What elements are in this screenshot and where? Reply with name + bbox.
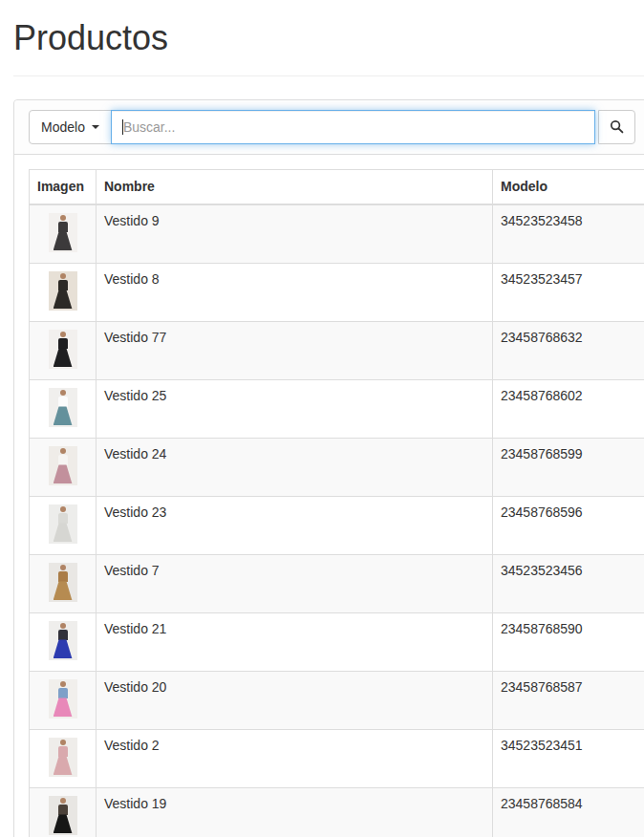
- table-row: Vestido 77 23458768632: [30, 322, 644, 380]
- model-head: [60, 740, 66, 745]
- product-name: Vestido 23: [97, 497, 493, 555]
- dress-skirt: [54, 290, 73, 309]
- model-head: [60, 565, 66, 570]
- product-model: 34523523458: [493, 204, 644, 264]
- table-row: Vestido 8 34523523457: [30, 264, 644, 322]
- search-input-wrap: [111, 110, 595, 144]
- product-thumbnail: [49, 330, 77, 369]
- model-head: [60, 390, 66, 396]
- image-cell: [30, 380, 97, 439]
- dress-skirt: [54, 698, 73, 717]
- dress-skirt: [54, 523, 73, 542]
- dress-top: [58, 688, 68, 698]
- product-name: Vestido 2: [97, 730, 493, 788]
- search-input[interactable]: [111, 110, 595, 144]
- table-row: Vestido 25 23458768602: [30, 380, 644, 439]
- image-cell: [30, 264, 97, 322]
- product-model: 34523523451: [493, 730, 644, 788]
- table-row: Vestido 20 23458768587: [30, 672, 644, 730]
- dress-skirt: [54, 464, 73, 483]
- search-icon: [610, 119, 624, 134]
- dress-top: [58, 513, 68, 524]
- product-model: 23458768587: [493, 672, 644, 730]
- table-row: Vestido 24 23458768599: [30, 439, 644, 497]
- table-row: Vestido 7 34523523456: [30, 555, 644, 613]
- dress-skirt: [54, 406, 73, 425]
- product-model: 23458768632: [493, 322, 644, 380]
- product-thumbnail: [49, 388, 77, 427]
- image-cell: [30, 613, 97, 672]
- dress-skirt: [54, 814, 73, 833]
- page: Productos Modelo: [0, 19, 644, 837]
- table-row: Vestido 19 23458768584: [30, 788, 644, 837]
- image-cell: [30, 555, 97, 613]
- product-thumbnail: [49, 796, 77, 835]
- product-thumbnail: [49, 271, 77, 311]
- model-head: [60, 681, 66, 687]
- panel-body: Imagen Nombre Modelo Vestido 9 345235234…: [14, 155, 644, 837]
- search-bar: Modelo: [14, 100, 644, 155]
- model-head: [60, 798, 66, 804]
- product-name: Vestido 21: [97, 613, 493, 672]
- dress-top: [58, 222, 68, 232]
- model-head: [60, 273, 66, 279]
- product-name: Vestido 9: [97, 204, 493, 264]
- filter-dropdown-label: Modelo: [41, 119, 85, 135]
- product-name: Vestido 25: [97, 380, 493, 439]
- image-cell: [30, 322, 97, 380]
- image-cell: [30, 204, 97, 264]
- model-head: [60, 215, 66, 221]
- table-header-row: Imagen Nombre Modelo: [30, 169, 644, 204]
- model-head: [60, 623, 66, 629]
- product-thumbnail: [49, 446, 77, 485]
- table-row: Vestido 9 34523523458: [30, 204, 644, 264]
- model-head: [60, 448, 66, 454]
- dress-skirt: [54, 581, 73, 600]
- dress-skirt: [54, 231, 73, 250]
- model-head: [60, 506, 66, 512]
- model-head: [60, 332, 66, 337]
- image-cell: [30, 497, 97, 555]
- dress-top: [58, 630, 68, 640]
- product-thumbnail: [49, 504, 77, 544]
- filter-dropdown-button[interactable]: Modelo: [29, 110, 112, 144]
- product-thumbnail: [49, 679, 77, 719]
- search-button[interactable]: [598, 110, 635, 144]
- caret-down-icon: [92, 125, 99, 129]
- product-name: Vestido 7: [97, 555, 493, 613]
- product-name: Vestido 20: [97, 672, 493, 730]
- page-header: Productos: [13, 19, 644, 76]
- dress-top: [58, 338, 68, 349]
- dress-top: [58, 280, 68, 290]
- dress-skirt: [54, 348, 73, 367]
- product-name: Vestido 77: [97, 322, 493, 380]
- image-cell: [30, 788, 97, 837]
- product-model: 23458768602: [493, 380, 644, 439]
- product-thumbnail: [49, 563, 77, 602]
- image-cell: [30, 439, 97, 497]
- dress-top: [58, 805, 68, 815]
- image-cell: [30, 730, 97, 788]
- product-model: 23458768596: [493, 497, 644, 555]
- product-thumbnail: [49, 738, 77, 777]
- dress-top: [58, 455, 68, 465]
- product-name: Vestido 8: [97, 264, 493, 322]
- product-name: Vestido 19: [97, 788, 493, 837]
- page-title: Productos: [13, 19, 644, 57]
- dress-skirt: [54, 756, 73, 775]
- product-thumbnail: [49, 621, 77, 660]
- products-table: Imagen Nombre Modelo Vestido 9 345235234…: [29, 169, 644, 837]
- table-row: Vestido 2 34523523451: [30, 730, 644, 788]
- product-thumbnail: [49, 213, 77, 252]
- column-header-imagen: Imagen: [30, 169, 97, 204]
- product-model: 23458768590: [493, 613, 644, 672]
- dress-top: [58, 397, 68, 407]
- product-model: 23458768599: [493, 439, 644, 497]
- dress-top: [58, 746, 68, 757]
- table-body: Vestido 9 34523523458 Vestido 8 34523523…: [30, 204, 644, 837]
- dress-skirt: [54, 639, 73, 658]
- image-cell: [30, 672, 97, 730]
- table-row: Vestido 21 23458768590: [30, 613, 644, 672]
- dress-top: [58, 571, 68, 582]
- text-cursor: [122, 119, 123, 135]
